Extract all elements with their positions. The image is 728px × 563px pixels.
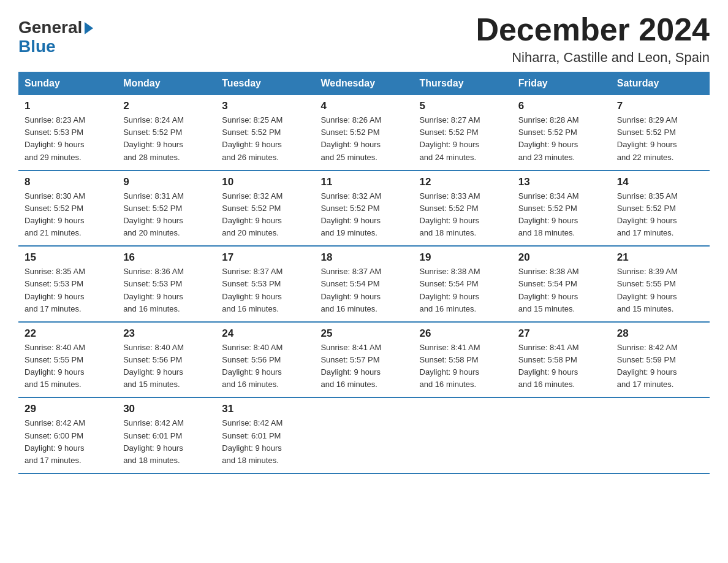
day-number: 24 [222,327,308,340]
logo-arrow-icon [85,22,93,34]
day-cell [512,397,611,473]
day-cell: 11 Sunrise: 8:32 AMSunset: 5:52 PMDaylig… [314,170,413,247]
weekday-header-friday: Friday [512,72,611,95]
day-cell: 26 Sunrise: 8:41 AMSunset: 5:58 PMDaylig… [414,322,512,398]
day-number: 6 [518,100,605,112]
logo-blue: Blue [18,37,56,56]
weekday-header-wednesday: Wednesday [314,72,413,95]
day-info: Sunrise: 8:36 AMSunset: 5:53 PMDaylight:… [123,266,210,315]
week-row-4: 22 Sunrise: 8:40 AMSunset: 5:55 PMDaylig… [18,322,710,398]
logo-general: General [18,18,82,37]
day-cell: 5 Sunrise: 8:27 AMSunset: 5:52 PMDayligh… [414,95,512,170]
day-info: Sunrise: 8:37 AMSunset: 5:54 PMDaylight:… [320,266,407,315]
day-cell: 28 Sunrise: 8:42 AMSunset: 5:59 PMDaylig… [611,322,710,398]
day-number: 19 [420,251,506,264]
day-info: Sunrise: 8:26 AMSunset: 5:52 PMDaylight:… [320,114,407,164]
day-cell: 15 Sunrise: 8:35 AMSunset: 5:53 PMDaylig… [18,246,117,322]
day-number: 25 [320,327,407,340]
weekday-header-tuesday: Tuesday [216,72,314,95]
day-cell: 12 Sunrise: 8:33 AMSunset: 5:52 PMDaylig… [414,170,512,247]
day-number: 16 [123,251,210,264]
day-number: 14 [617,176,703,188]
day-info: Sunrise: 8:27 AMSunset: 5:52 PMDaylight:… [420,114,506,164]
day-number: 7 [617,100,703,112]
week-row-2: 8 Sunrise: 8:30 AMSunset: 5:52 PMDayligh… [18,170,710,247]
day-number: 17 [222,251,308,264]
day-info: Sunrise: 8:42 AMSunset: 6:01 PMDaylight:… [123,417,210,467]
day-info: Sunrise: 8:40 AMSunset: 5:56 PMDaylight:… [123,342,210,391]
day-info: Sunrise: 8:28 AMSunset: 5:52 PMDaylight:… [518,114,605,164]
calendar-subtitle: Niharra, Castille and Leon, Spain [476,50,710,66]
day-number: 10 [222,176,308,188]
day-cell: 25 Sunrise: 8:41 AMSunset: 5:57 PMDaylig… [314,322,413,398]
day-number: 2 [123,100,210,112]
day-info: Sunrise: 8:34 AMSunset: 5:52 PMDaylight:… [518,190,605,240]
day-info: Sunrise: 8:38 AMSunset: 5:54 PMDaylight:… [518,266,605,315]
weekday-header-sunday: Sunday [18,72,117,95]
day-number: 20 [518,251,605,264]
day-number: 28 [617,327,703,340]
day-info: Sunrise: 8:31 AMSunset: 5:52 PMDaylight:… [123,190,210,240]
day-cell: 3 Sunrise: 8:25 AMSunset: 5:52 PMDayligh… [216,95,314,170]
day-cell: 24 Sunrise: 8:40 AMSunset: 5:56 PMDaylig… [216,322,314,398]
day-info: Sunrise: 8:41 AMSunset: 5:58 PMDaylight:… [420,342,506,391]
day-cell: 6 Sunrise: 8:28 AMSunset: 5:52 PMDayligh… [512,95,611,170]
day-cell: 18 Sunrise: 8:37 AMSunset: 5:54 PMDaylig… [314,246,413,322]
day-info: Sunrise: 8:24 AMSunset: 5:52 PMDaylight:… [123,114,210,164]
day-info: Sunrise: 8:38 AMSunset: 5:54 PMDaylight:… [420,266,506,315]
logo: General Blue [18,12,93,56]
day-cell: 16 Sunrise: 8:36 AMSunset: 5:53 PMDaylig… [117,246,216,322]
week-row-5: 29 Sunrise: 8:42 AMSunset: 6:00 PMDaylig… [18,397,710,473]
day-number: 13 [518,176,605,188]
day-number: 4 [320,100,407,112]
day-cell: 7 Sunrise: 8:29 AMSunset: 5:52 PMDayligh… [611,95,710,170]
day-info: Sunrise: 8:32 AMSunset: 5:52 PMDaylight:… [320,190,407,240]
day-number: 29 [25,403,111,415]
day-number: 30 [123,403,210,415]
day-cell: 22 Sunrise: 8:40 AMSunset: 5:55 PMDaylig… [18,322,117,398]
day-info: Sunrise: 8:40 AMSunset: 5:55 PMDaylight:… [25,342,111,391]
day-number: 26 [420,327,506,340]
day-number: 5 [420,100,506,112]
day-info: Sunrise: 8:40 AMSunset: 5:56 PMDaylight:… [222,342,308,391]
week-row-3: 15 Sunrise: 8:35 AMSunset: 5:53 PMDaylig… [18,246,710,322]
day-number: 23 [123,327,210,340]
calendar-table: SundayMondayTuesdayWednesdayThursdayFrid… [18,72,710,474]
day-info: Sunrise: 8:23 AMSunset: 5:53 PMDaylight:… [25,114,111,164]
day-cell: 13 Sunrise: 8:34 AMSunset: 5:52 PMDaylig… [512,170,611,247]
day-info: Sunrise: 8:35 AMSunset: 5:53 PMDaylight:… [25,266,111,315]
day-cell: 19 Sunrise: 8:38 AMSunset: 5:54 PMDaylig… [414,246,512,322]
day-info: Sunrise: 8:33 AMSunset: 5:52 PMDaylight:… [420,190,506,240]
title-block: December 2024 Niharra, Castille and Leon… [476,12,710,66]
day-number: 3 [222,100,308,112]
day-number: 21 [617,251,703,264]
day-cell [314,397,413,473]
day-number: 15 [25,251,111,264]
day-cell: 27 Sunrise: 8:41 AMSunset: 5:58 PMDaylig… [512,322,611,398]
week-row-1: 1 Sunrise: 8:23 AMSunset: 5:53 PMDayligh… [18,95,710,170]
day-cell: 20 Sunrise: 8:38 AMSunset: 5:54 PMDaylig… [512,246,611,322]
weekday-header-row: SundayMondayTuesdayWednesdayThursdayFrid… [18,72,710,95]
day-info: Sunrise: 8:42 AMSunset: 6:01 PMDaylight:… [222,417,308,467]
day-number: 12 [420,176,506,188]
day-info: Sunrise: 8:29 AMSunset: 5:52 PMDaylight:… [617,114,703,164]
day-number: 1 [25,100,111,112]
weekday-header-monday: Monday [117,72,216,95]
day-info: Sunrise: 8:35 AMSunset: 5:52 PMDaylight:… [617,190,703,240]
day-info: Sunrise: 8:30 AMSunset: 5:52 PMDaylight:… [25,190,111,240]
day-number: 8 [25,176,111,188]
day-number: 11 [320,176,407,188]
day-cell [611,397,710,473]
weekday-header-saturday: Saturday [611,72,710,95]
calendar-title: December 2024 [476,12,710,47]
day-cell: 2 Sunrise: 8:24 AMSunset: 5:52 PMDayligh… [117,95,216,170]
day-cell: 29 Sunrise: 8:42 AMSunset: 6:00 PMDaylig… [18,397,117,473]
day-number: 27 [518,327,605,340]
day-cell: 9 Sunrise: 8:31 AMSunset: 5:52 PMDayligh… [117,170,216,247]
day-info: Sunrise: 8:41 AMSunset: 5:57 PMDaylight:… [320,342,407,391]
day-number: 18 [320,251,407,264]
day-cell: 21 Sunrise: 8:39 AMSunset: 5:55 PMDaylig… [611,246,710,322]
day-cell: 8 Sunrise: 8:30 AMSunset: 5:52 PMDayligh… [18,170,117,247]
day-info: Sunrise: 8:42 AMSunset: 5:59 PMDaylight:… [617,342,703,391]
day-cell: 14 Sunrise: 8:35 AMSunset: 5:52 PMDaylig… [611,170,710,247]
